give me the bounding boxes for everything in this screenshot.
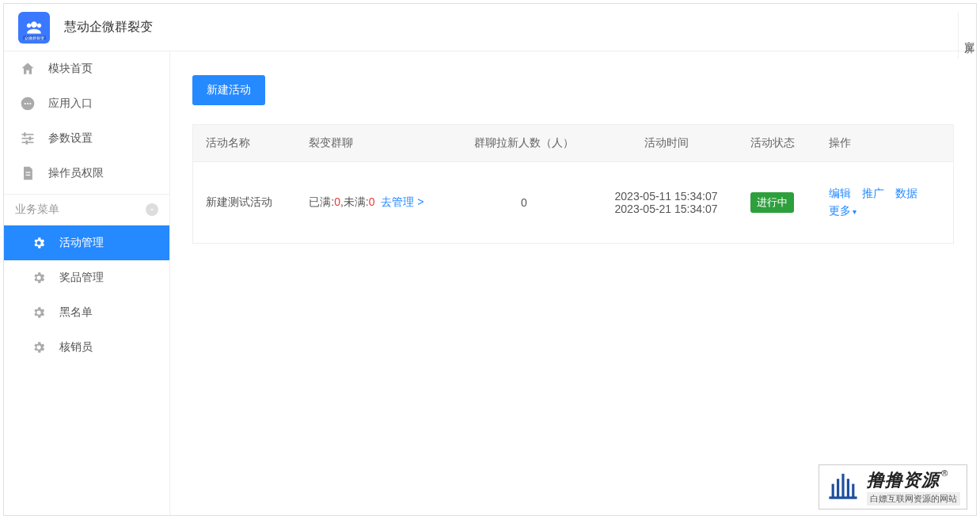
gear-icon (31, 305, 47, 320)
table-row: 新建测试活动 已满:0,未满:0 去管理 > 0 2023-05-11 15:3… (193, 162, 954, 244)
sub-verifier[interactable]: 核销员 (4, 330, 169, 365)
activity-table: 活动名称 裂变群聊 群聊拉新人数（人） 活动时间 活动状态 操作 新建测试活动 … (192, 124, 954, 244)
gear-icon (31, 339, 47, 355)
section-title: 业务菜单 (15, 203, 59, 217)
nav-app-entry[interactable]: 应用入口 (4, 86, 169, 121)
gear-icon (31, 270, 47, 286)
gear-icon (31, 235, 47, 251)
svg-point-2 (27, 103, 28, 104)
svg-point-1 (25, 103, 26, 104)
cell-time: 2023-05-11 15:34:07 2023-05-21 15:34:07 (594, 162, 739, 244)
sub-label: 核销员 (59, 340, 93, 354)
sub-label: 奖品管理 (59, 271, 104, 285)
col-ops: 操作 (816, 125, 953, 162)
sidebar: 模块首页 应用入口 参数设置 操作员权限 业务菜单 活动管理 (4, 51, 170, 515)
svg-rect-8 (29, 137, 32, 141)
svg-rect-11 (26, 175, 31, 176)
chevron-down-icon (146, 203, 158, 216)
sub-prize-manage[interactable]: 奖品管理 (4, 260, 169, 295)
nav-label: 参数设置 (48, 131, 93, 146)
svg-rect-4 (22, 134, 34, 135)
col-name: 活动名称 (193, 125, 297, 162)
svg-rect-10 (26, 172, 31, 172)
caret-down-icon: ▾ (853, 207, 857, 216)
sidebar-section-header[interactable]: 业务菜单 (4, 194, 169, 225)
col-group: 裂变群聊 (296, 125, 454, 162)
widescreen-toggle[interactable]: 宽屏 (958, 13, 980, 59)
svg-rect-7 (24, 133, 26, 137)
nav-module-home[interactable]: 模块首页 (4, 51, 169, 86)
status-badge: 进行中 (750, 192, 794, 213)
op-promote[interactable]: 推广 (862, 184, 884, 202)
watermark: 撸撸资源® 白嫖互联网资源的网站 (819, 464, 967, 510)
cell-name: 新建测试活动 (193, 162, 297, 244)
op-data[interactable]: 数据 (895, 184, 917, 202)
svg-rect-9 (26, 141, 28, 145)
sliders-icon (18, 129, 37, 148)
sub-activity-manage[interactable]: 活动管理 (4, 225, 169, 260)
op-edit[interactable]: 编辑 (829, 184, 851, 202)
cell-group: 已满:0,未满:0 去管理 > (296, 162, 454, 244)
cell-newcount: 0 (454, 162, 594, 244)
svg-point-3 (29, 103, 31, 104)
cell-ops: 编辑 推广 数据 更多▾ (816, 162, 953, 244)
cell-status: 进行中 (738, 162, 816, 244)
nav-label: 操作员权限 (48, 166, 104, 180)
col-status: 活动状态 (738, 125, 816, 162)
sub-label: 黑名单 (59, 305, 93, 320)
watermark-icon (824, 470, 862, 505)
app-logo: 众微群裂变 (18, 12, 50, 44)
nav-operator-perm[interactable]: 操作员权限 (4, 156, 169, 191)
svg-rect-5 (22, 138, 34, 139)
manage-link[interactable]: 去管理 > (381, 195, 424, 208)
nav-label: 应用入口 (48, 97, 93, 111)
new-activity-button[interactable]: 新建活动 (192, 75, 265, 105)
main-content: 新建活动 活动名称 裂变群聊 群聊拉新人数（人） 活动时间 活动状态 操作 新建… (170, 51, 976, 515)
home-icon (18, 59, 37, 78)
col-newcount: 群聊拉新人数（人） (454, 125, 594, 162)
nav-params[interactable]: 参数设置 (4, 121, 169, 156)
sub-label: 活动管理 (59, 236, 104, 250)
sub-blacklist[interactable]: 黑名单 (4, 295, 169, 330)
doc-icon (18, 164, 37, 183)
nav-label: 模块首页 (48, 62, 93, 76)
app-title: 慧动企微群裂变 (64, 19, 153, 36)
chat-icon (18, 94, 37, 113)
op-more[interactable]: 更多▾ (829, 202, 857, 221)
col-time: 活动时间 (594, 125, 739, 162)
